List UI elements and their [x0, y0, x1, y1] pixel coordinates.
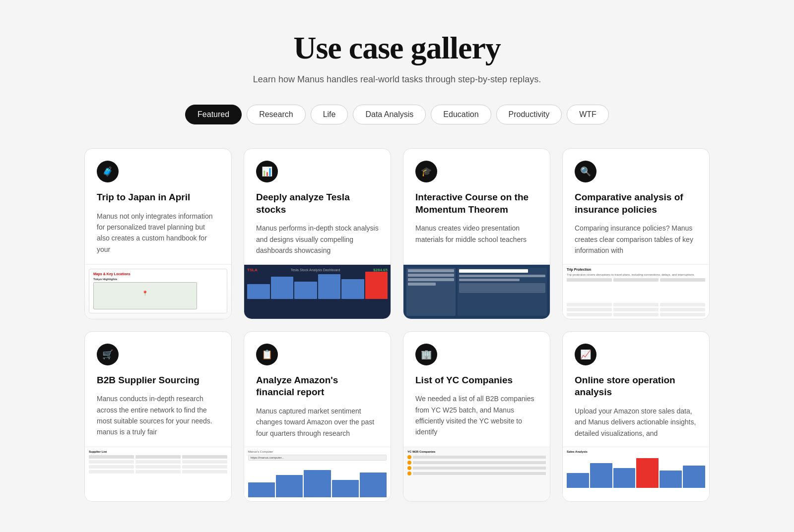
insurance-cell-2: [613, 303, 659, 306]
tesla-bar-6: [365, 272, 388, 299]
card-momentum-course[interactable]: 🎓 Interactive Course on the Momentum The…: [403, 148, 550, 319]
preview-japan-header: Maps & Key Locations: [93, 272, 223, 276]
page-subtitle: Learn how Manus handles real-world tasks…: [84, 74, 710, 85]
card-title-amazon: Analyze Amazon's financial report: [256, 374, 379, 399]
card-icon-store: 📈: [575, 344, 596, 365]
card-title-tesla: Deeply analyze Tesla stocks: [256, 191, 379, 216]
course-bar-1: [459, 275, 545, 277]
preview-map: [93, 282, 197, 309]
card-insurance[interactable]: 🔍 Comparative analysis of insurance poli…: [562, 148, 710, 319]
tab-featured[interactable]: Featured: [185, 105, 242, 124]
insurance-cell-5: [613, 308, 659, 311]
card-icon-amazon: 📋: [256, 344, 278, 365]
preview-insurance-visual: Trip Protection Trip protection covers d…: [563, 265, 709, 319]
card-content-insurance: 🔍 Comparative analysis of insurance poli…: [563, 149, 709, 264]
card-title-b2b: B2B Supplier Sourcing: [97, 374, 219, 387]
preview-course-visual: [403, 265, 550, 319]
insurance-cell-1: [567, 303, 612, 306]
card-japan-trip[interactable]: 🧳 Trip to Japan in April Manus not only …: [84, 148, 232, 319]
yc-bar-4: [413, 472, 546, 475]
course-main-content: [458, 268, 547, 316]
amazon-bar-5: [360, 473, 387, 497]
card-title-course: Interactive Course on the Momentum Theor…: [415, 191, 538, 216]
tab-research[interactable]: Research: [247, 105, 305, 124]
sidebar-item-4: [408, 283, 436, 286]
store-bar-6: [683, 466, 705, 488]
tab-productivity[interactable]: Productivity: [496, 105, 562, 124]
amazon-bar-2: [276, 475, 303, 497]
tab-life[interactable]: Life: [311, 105, 348, 124]
card-preview-yc: YC W25 Companies: [403, 447, 550, 501]
card-online-store[interactable]: 📈 Online store operation analysis Upload…: [562, 331, 710, 502]
card-yc-companies[interactable]: 🏢 List of YC Companies We needed a list …: [403, 331, 550, 502]
card-content-amazon: 📋 Analyze Amazon's financial report Manu…: [244, 332, 391, 447]
card-preview-insurance: Trip Protection Trip protection covers d…: [563, 264, 709, 319]
insurance-cell-3: [660, 303, 705, 306]
filter-tabs: Featured Research Life Data Analysis Edu…: [84, 105, 710, 124]
card-content: 🧳 Trip to Japan in April Manus not only …: [85, 149, 231, 264]
b2b-cell-7: [89, 470, 134, 473]
card-icon-course: 🎓: [415, 161, 437, 182]
b2b-cell-1: [89, 460, 134, 464]
insurance-row-2: [567, 308, 705, 311]
card-title-store: Online store operation analysis: [575, 374, 697, 399]
b2b-preview-title: Supplier List: [89, 450, 227, 453]
card-preview-japan: Maps & Key Locations Tokyo Highlights: [85, 264, 231, 319]
b2b-cell-8: [135, 470, 181, 473]
card-content-tesla: 📊 Deeply analyze Tesla stocks Manus perf…: [244, 149, 391, 264]
store-bar-2: [590, 463, 612, 488]
course-sidebar: [406, 268, 456, 316]
b2b-cell-3: [182, 460, 227, 464]
b2b-cell-9: [182, 470, 227, 473]
course-bar-2: [459, 279, 520, 281]
store-bar-5: [660, 471, 682, 488]
card-preview-tesla: TSLA Tesla Stock Analysis Dashboard $284…: [244, 264, 391, 319]
card-amazon-report[interactable]: 📋 Analyze Amazon's financial report Manu…: [244, 331, 391, 502]
tab-data-analysis[interactable]: Data Analysis: [353, 105, 426, 124]
b2b-header-row: [89, 455, 227, 459]
card-b2b-sourcing[interactable]: 🛒 B2B Supplier Sourcing Manus conducts i…: [84, 331, 232, 502]
preview-amazon-visual: Manus's Computer https://manus.computer.…: [244, 447, 391, 501]
card-content-course: 🎓 Interactive Course on the Momentum The…: [403, 149, 550, 264]
b2b-cell-5: [135, 465, 181, 469]
b2b-cell-2: [135, 460, 181, 464]
preview-yc-visual: YC W25 Companies: [403, 447, 550, 501]
preview-tesla-visual: TSLA Tesla Stock Analysis Dashboard $284…: [244, 265, 391, 319]
card-icon-yc: 🏢: [415, 344, 437, 365]
insurance-row-3: [567, 313, 705, 316]
card-content-store: 📈 Online store operation analysis Upload…: [563, 332, 709, 447]
insurance-header-row: [567, 278, 705, 301]
card-tesla-stocks[interactable]: 📊 Deeply analyze Tesla stocks Manus perf…: [244, 148, 391, 319]
yc-dot-4: [407, 472, 411, 475]
b2b-col-1: [89, 455, 134, 459]
card-preview-store: Sales Analysis: [563, 447, 709, 501]
card-desc-japan: Manus not only integrates information fo…: [97, 211, 219, 255]
card-icon-insurance: 🔍: [575, 161, 596, 182]
yc-preview-title: YC W25 Companies: [407, 450, 546, 453]
preview-b2b-visual: Supplier List: [85, 447, 231, 501]
sidebar-item-3: [408, 278, 454, 281]
preview-japan-inner: Maps & Key Locations Tokyo Highlights: [89, 269, 227, 313]
card-preview-amazon: Manus's Computer https://manus.computer.…: [244, 447, 391, 501]
tesla-bar-2: [271, 277, 294, 299]
tesla-bar-3: [294, 282, 317, 299]
tesla-logo: TSLA: [247, 268, 258, 272]
page-title: Use case gallery: [84, 30, 710, 66]
tab-education[interactable]: Education: [431, 105, 491, 124]
page-header: Use case gallery Learn how Manus handles…: [84, 30, 710, 85]
insurance-preview-title: Trip Protection: [567, 268, 705, 271]
page-container: Use case gallery Learn how Manus handles…: [65, 0, 729, 522]
tesla-bars: [247, 274, 388, 299]
card-content-b2b: 🛒 B2B Supplier Sourcing Manus conducts i…: [85, 332, 231, 447]
yc-row-2: [407, 461, 546, 465]
card-title-yc: List of YC Companies: [415, 374, 538, 387]
tesla-bar-4: [318, 274, 341, 299]
card-content-yc: 🏢 List of YC Companies We needed a list …: [403, 332, 550, 447]
store-bars: [567, 456, 705, 488]
card-title-insurance: Comparative analysis of insurance polici…: [575, 191, 697, 216]
amazon-bar-4: [332, 480, 359, 497]
card-title-japan: Trip to Japan in April: [97, 191, 219, 204]
b2b-row-2: [89, 465, 227, 469]
preview-japan-visual: Maps & Key Locations Tokyo Highlights: [85, 265, 231, 319]
tab-wtf[interactable]: WTF: [567, 105, 609, 124]
